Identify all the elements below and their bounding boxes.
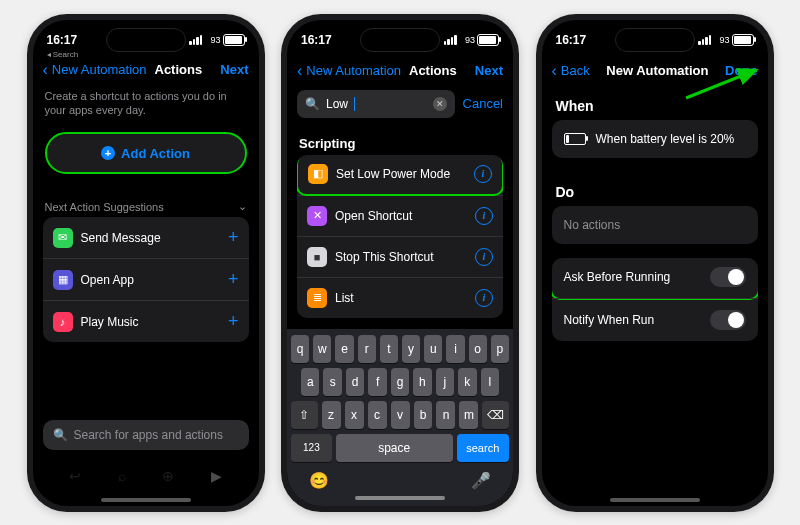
key-search[interactable]: search <box>457 434 510 462</box>
scripting-label: Open Shortcut <box>335 209 467 223</box>
key-k[interactable]: k <box>458 368 476 396</box>
info-icon[interactable]: i <box>475 289 493 307</box>
toolbar-icon[interactable]: ⊕ <box>162 468 174 484</box>
toggle-switch[interactable] <box>710 310 746 330</box>
home-indicator[interactable] <box>101 498 191 502</box>
key-l[interactable]: l <box>481 368 499 396</box>
when-condition-tile[interactable]: When battery level is 20% <box>552 120 758 158</box>
suggestion-row[interactable]: ▦ Open App + <box>43 258 249 300</box>
plus-icon: + <box>101 146 115 160</box>
key-e[interactable]: e <box>335 335 353 363</box>
nav-back-button[interactable]: New Automation <box>306 63 401 78</box>
key-z[interactable]: z <box>322 401 341 429</box>
phone-2: 16:17 93 ‹ New Automation Actions Next <box>281 14 519 512</box>
key-r[interactable]: r <box>358 335 376 363</box>
scripting-item[interactable]: ≣ List i <box>297 277 503 318</box>
key-b[interactable]: b <box>414 401 433 429</box>
key-s[interactable]: s <box>323 368 341 396</box>
nav-bar: ‹ New Automation Actions Next <box>287 60 513 86</box>
suggestions-list: ✉ Send Message +▦ Open App +♪ Play Music… <box>43 217 249 342</box>
key-n[interactable]: n <box>436 401 455 429</box>
scripting-item[interactable]: ✕ Open Shortcut i <box>297 195 503 236</box>
scripting-label: Set Low Power Mode <box>336 167 466 181</box>
nav-bar: ‹ New Automation Actions Next <box>33 59 259 85</box>
nav-back-chevron-icon[interactable]: ‹ <box>552 62 557 80</box>
search-input[interactable]: 🔍 Low ✕ <box>297 90 455 118</box>
nav-next-button[interactable]: Next <box>475 63 503 78</box>
key-y[interactable]: y <box>402 335 420 363</box>
key-w[interactable]: w <box>313 335 331 363</box>
key-p[interactable]: p <box>491 335 509 363</box>
key-u[interactable]: u <box>424 335 442 363</box>
key-d[interactable]: d <box>346 368 364 396</box>
automation-options-list: Ask Before Running Notify When Run <box>552 258 758 341</box>
nav-title: Actions <box>409 63 457 78</box>
key-v[interactable]: v <box>391 401 410 429</box>
action-icon: ≣ <box>307 288 327 308</box>
key-m[interactable]: m <box>459 401 478 429</box>
scripting-item[interactable]: ◧ Set Low Power Mode i <box>297 155 503 196</box>
info-icon[interactable]: i <box>475 207 493 225</box>
battery-icon: 93 <box>210 34 244 46</box>
nav-back-chevron-icon[interactable]: ‹ <box>43 61 48 79</box>
add-icon[interactable]: + <box>228 227 239 248</box>
scripting-label: Stop This Shortcut <box>335 250 467 264</box>
mic-key[interactable]: 🎤 <box>471 471 491 490</box>
chevron-down-icon: ⌄ <box>238 200 247 213</box>
suggestion-row[interactable]: ♪ Play Music + <box>43 300 249 342</box>
toolbar-icon[interactable]: ⌕ <box>118 468 126 484</box>
action-icon: ■ <box>307 247 327 267</box>
add-icon[interactable]: + <box>228 311 239 332</box>
nav-back-chevron-icon[interactable]: ‹ <box>297 62 302 80</box>
add-action-button[interactable]: + Add Action <box>45 132 247 174</box>
key-f[interactable]: f <box>368 368 386 396</box>
toolbar-icon[interactable]: ↩ <box>69 468 81 484</box>
add-icon[interactable]: + <box>228 269 239 290</box>
info-icon[interactable]: i <box>474 165 492 183</box>
nav-done-button[interactable]: Done <box>725 63 758 78</box>
key-space[interactable]: space <box>336 434 453 462</box>
dynamic-island <box>615 28 695 52</box>
cellular-icon <box>189 35 202 45</box>
nav-bar: ‹ Back New Automation Done <box>542 60 768 86</box>
dynamic-island <box>106 28 186 52</box>
home-indicator[interactable] <box>355 496 445 500</box>
suggestion-label: Play Music <box>81 315 220 329</box>
battery-icon: 93 <box>719 34 753 46</box>
key-shift[interactable]: ⇧ <box>291 401 318 429</box>
key-g[interactable]: g <box>391 368 409 396</box>
key-h[interactable]: h <box>413 368 431 396</box>
app-icon: ✉ <box>53 228 73 248</box>
key-o[interactable]: o <box>469 335 487 363</box>
when-condition-label: When battery level is 20% <box>596 132 735 146</box>
home-indicator[interactable] <box>610 498 700 502</box>
nav-back-button[interactable]: Back <box>561 63 590 78</box>
toggle-switch[interactable] <box>710 267 746 287</box>
cellular-icon <box>444 35 457 45</box>
key-x[interactable]: x <box>345 401 364 429</box>
key-c[interactable]: c <box>368 401 387 429</box>
key-a[interactable]: a <box>301 368 319 396</box>
do-actions-tile[interactable]: No actions <box>552 206 758 244</box>
key-j[interactable]: j <box>436 368 454 396</box>
search-placeholder: Search for apps and actions <box>74 428 223 442</box>
cancel-button[interactable]: Cancel <box>463 96 503 111</box>
key-delete[interactable]: ⌫ <box>482 401 509 429</box>
keyboard[interactable]: qwertyuiop asdfghjkl ⇧zxcvbnm⌫ 123 space… <box>287 329 513 506</box>
nav-next-button[interactable]: Next <box>220 62 248 77</box>
search-bar[interactable]: 🔍 Search for apps and actions <box>43 420 249 450</box>
key-123[interactable]: 123 <box>291 434 332 462</box>
do-section-header: Do <box>542 172 768 206</box>
toolbar-icon[interactable]: ▶ <box>211 468 222 484</box>
key-t[interactable]: t <box>380 335 398 363</box>
key-q[interactable]: q <box>291 335 309 363</box>
add-action-label: Add Action <box>121 146 190 161</box>
suggestions-header[interactable]: Next Action Suggestions ⌄ <box>33 178 259 217</box>
suggestion-row[interactable]: ✉ Send Message + <box>43 217 249 258</box>
scripting-item[interactable]: ■ Stop This Shortcut i <box>297 236 503 277</box>
key-i[interactable]: i <box>446 335 464 363</box>
info-icon[interactable]: i <box>475 248 493 266</box>
nav-back-button[interactable]: New Automation <box>52 62 147 77</box>
clear-icon[interactable]: ✕ <box>433 97 447 111</box>
emoji-key[interactable]: 😊 <box>309 471 329 490</box>
